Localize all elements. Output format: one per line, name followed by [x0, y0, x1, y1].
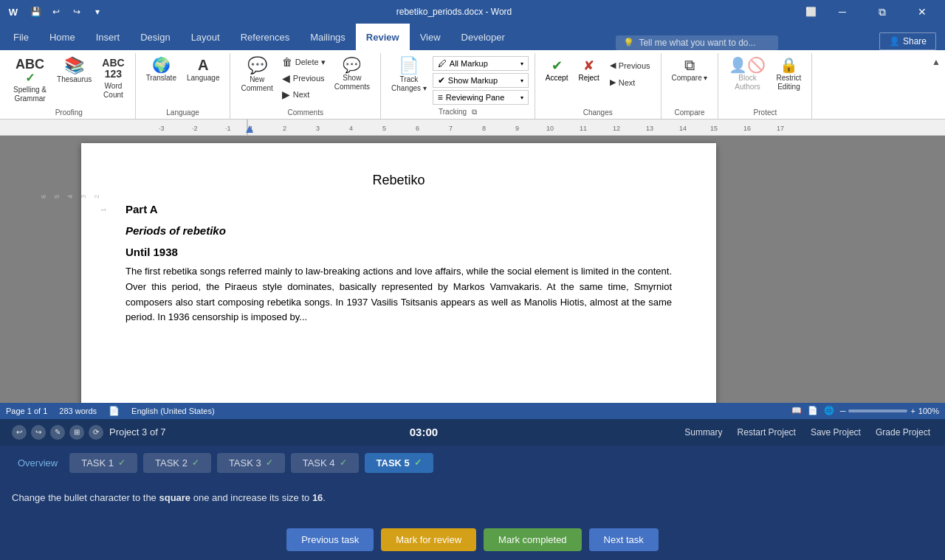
undo-button[interactable]: ↩ — [47, 3, 65, 21]
doc-part: Part A — [126, 203, 672, 215]
tab-home[interactable]: Home — [39, 24, 86, 50]
doc-title: Rebetiko — [126, 173, 672, 188]
markup-icon: 🖊 — [438, 58, 447, 69]
ribbon-content: ABC✓ Spelling &Grammar 📚 Thesaurus ABC12… — [0, 50, 945, 120]
new-comment-button[interactable]: 💬 NewComment — [236, 55, 277, 96]
task-timer: 03:00 — [410, 426, 438, 438]
mark-for-review-button[interactable]: Mark for review — [381, 528, 476, 551]
reject-button[interactable]: ✘ Reject — [574, 55, 603, 85]
grid-task-icon[interactable]: ⊞ — [69, 425, 84, 440]
task5-label: TASK 5 — [377, 457, 410, 469]
tab-review[interactable]: Review — [356, 24, 410, 50]
quick-access-toolbar: 💾 ↩ ↪ ▾ — [27, 3, 106, 21]
restart-project-button[interactable]: Restart Project — [735, 426, 799, 439]
maximize-button[interactable]: ⧉ — [865, 0, 899, 24]
undo-task-icon[interactable]: ↩ — [12, 425, 27, 440]
reviewing-pane-icon: ≡ — [438, 92, 443, 103]
comments-group-label: Comments — [236, 106, 374, 119]
restrict-editing-button[interactable]: 🔒 RestrictEditing — [772, 55, 805, 94]
tab-insert[interactable]: Insert — [86, 24, 131, 50]
next-comment-button[interactable]: ▶ Next — [279, 87, 329, 102]
zoom-in-button[interactable]: + — [910, 407, 915, 415]
translate-button[interactable]: 🌍 Translate — [142, 55, 181, 86]
task3-check: ✓ — [266, 457, 273, 468]
tracking-expand-icon[interactable]: ⧉ — [472, 108, 477, 116]
thesaurus-button[interactable]: 📚 Thesaurus — [52, 55, 96, 87]
overview-tab[interactable]: Overview — [12, 453, 63, 473]
task1-tab[interactable]: TASK 1 ✓ — [69, 453, 137, 473]
compare-button[interactable]: ⧉ Compare ▾ — [667, 55, 712, 86]
task2-tab[interactable]: TASK 2 ✓ — [143, 453, 211, 473]
group-compare: ⧉ Compare ▾ Compare — [662, 53, 719, 119]
previous-task-button[interactable]: Previous task — [286, 528, 374, 551]
translate-label: Translate — [146, 74, 176, 83]
tab-developer[interactable]: Developer — [451, 24, 515, 50]
desc-bold-square: square — [159, 492, 190, 503]
print-layout-icon[interactable]: 📄 — [808, 406, 818, 415]
compare-group-label: Compare — [667, 106, 712, 119]
tab-references[interactable]: References — [230, 24, 300, 50]
tab-layout[interactable]: Layout — [181, 24, 230, 50]
tell-me-search[interactable]: 💡 Tell me what you want to do... — [616, 35, 778, 50]
task-panel: ↩ ↪ ✎ ⊞ ⟳ Project 3 of 7 03:00 Summary R… — [0, 419, 945, 561]
show-markup-dropdown[interactable]: ✔ Show Markup ▾ — [433, 73, 529, 88]
task4-check: ✓ — [340, 457, 347, 468]
task3-tab[interactable]: TASK 3 ✓ — [217, 453, 285, 473]
show-comments-button[interactable]: 💬 ShowComments — [330, 55, 374, 94]
zoom-slider[interactable] — [848, 409, 907, 412]
collapse-ribbon-button[interactable]: ▲ — [932, 57, 941, 67]
task-tabs: Overview TASK 1 ✓ TASK 2 ✓ TASK 3 ✓ TASK… — [0, 446, 945, 480]
read-mode-icon[interactable]: 📖 — [791, 406, 802, 415]
tab-mailings[interactable]: Mailings — [300, 24, 356, 50]
all-markup-dropdown[interactable]: 🖊 All Markup ▾ — [433, 56, 529, 71]
reviewing-pane-label: Reviewing Pane — [446, 93, 505, 102]
language-label: Language — [187, 74, 220, 83]
spelling-icon: ABC✓ — [16, 58, 44, 84]
save-qa-button[interactable]: 💾 — [27, 3, 44, 21]
tab-design[interactable]: Design — [130, 24, 180, 50]
task5-tab[interactable]: TASK 5 ✓ — [365, 453, 433, 473]
share-button[interactable]: 👤 Share — [879, 32, 936, 50]
mark-completed-button[interactable]: Mark completed — [484, 528, 581, 551]
close-button[interactable]: ✕ — [905, 0, 939, 24]
word-count-button[interactable]: ABC123 WordCount — [97, 55, 128, 103]
redo-button[interactable]: ↪ — [68, 3, 86, 21]
task-header: ↩ ↪ ✎ ⊞ ⟳ Project 3 of 7 03:00 Summary R… — [0, 419, 945, 446]
title-bar: W 💾 ↩ ↪ ▾ rebetiko_periods.docx - Word ⬜… — [0, 0, 945, 24]
zoom-out-button[interactable]: ─ — [840, 407, 846, 415]
ribbon-display-button[interactable]: ⬜ — [802, 3, 819, 21]
next-task-button[interactable]: Next task — [589, 528, 659, 551]
svg-text:15: 15 — [710, 125, 718, 132]
language-items: 🌍 Translate A Language — [142, 55, 224, 106]
tab-view[interactable]: View — [410, 24, 451, 50]
doc-body: The first rebetika songs referred mainly… — [126, 264, 672, 325]
track-changes-button[interactable]: 📄 TrackChanges ▾ — [387, 55, 431, 96]
task4-tab[interactable]: TASK 4 ✓ — [291, 453, 359, 473]
summary-button[interactable]: Summary — [681, 426, 725, 439]
save-project-button[interactable]: Save Project — [808, 426, 864, 439]
language-button[interactable]: A Language — [182, 55, 224, 86]
delete-comment-button[interactable]: 🗑 Delete ▾ — [279, 55, 329, 69]
customize-qa-button[interactable]: ▾ — [89, 3, 106, 21]
prev-change-button[interactable]: ◀ Previous — [605, 58, 655, 73]
spelling-grammar-button[interactable]: ABC✓ Spelling &Grammar — [9, 55, 51, 106]
svg-text:7: 7 — [449, 125, 453, 132]
grade-project-button[interactable]: Grade Project — [873, 426, 933, 439]
block-authors-button[interactable]: 👤🚫 BlockAuthors — [724, 55, 770, 94]
tracking-dropdowns: 🖊 All Markup ▾ ✔ Show Markup ▾ ≡ Reviewi… — [433, 55, 529, 105]
accept-button[interactable]: ✔ Accept — [541, 55, 573, 85]
thesaurus-label: Thesaurus — [57, 75, 92, 84]
web-view-icon[interactable]: 🌐 — [824, 406, 834, 415]
reviewing-pane-dropdown[interactable]: ≡ Reviewing Pane ▾ — [433, 90, 529, 105]
word-count-icon: ABC123 — [102, 58, 124, 80]
redo-task-icon[interactable]: ↪ — [31, 425, 46, 440]
tab-file[interactable]: File — [3, 24, 39, 50]
next-change-button[interactable]: ▶ Next — [605, 75, 655, 90]
minimize-button[interactable]: ─ — [825, 0, 859, 24]
refresh-task-icon[interactable]: ⟳ — [89, 425, 103, 440]
prev-comment-button[interactable]: ◀ Previous — [279, 71, 329, 86]
svg-text:14: 14 — [679, 125, 687, 132]
edit-task-icon[interactable]: ✎ — [50, 425, 65, 440]
next-change-icon: ▶ — [610, 77, 616, 87]
task2-label: TASK 2 — [155, 457, 188, 469]
